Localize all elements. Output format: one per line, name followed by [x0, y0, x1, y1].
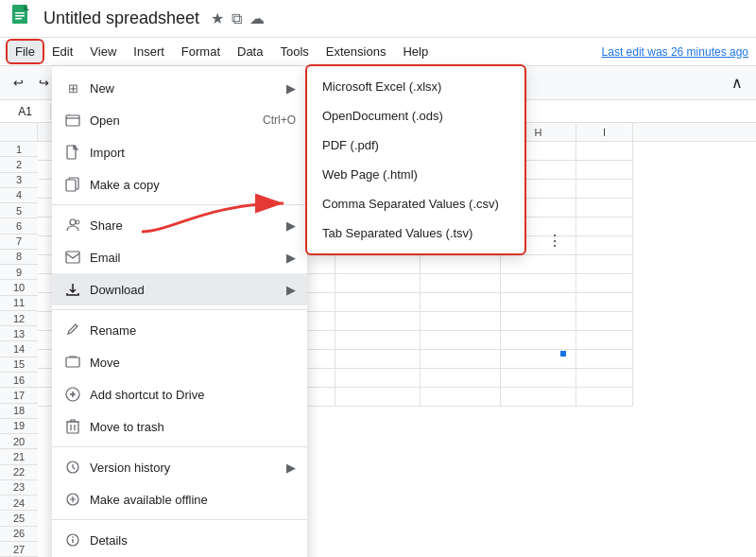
- row-19: 19: [0, 419, 38, 434]
- copy-icon[interactable]: ⧉: [232, 10, 242, 27]
- row-25: 25: [0, 511, 38, 526]
- move-label: Move: [90, 356, 296, 370]
- download-excel[interactable]: Microsoft Excel (.xlsx): [307, 72, 524, 101]
- open-shortcut: Ctrl+O: [263, 113, 296, 127]
- new-icon: ⊞: [63, 78, 82, 97]
- add-shortcut-icon: [63, 385, 82, 404]
- download-pdf[interactable]: PDF (.pdf): [307, 131, 524, 160]
- svg-rect-12: [66, 357, 79, 367]
- menu-tools[interactable]: Tools: [272, 41, 316, 62]
- row-13: 13: [0, 326, 38, 341]
- menu-item-import[interactable]: Import: [52, 136, 307, 168]
- svg-rect-2: [15, 12, 25, 14]
- menu-item-trash[interactable]: Move to trash: [52, 410, 307, 443]
- row-headers-column: 1 2 3 4 5 6 7 8 9 10 11 12 13 14 15 16 1…: [0, 142, 38, 557]
- cell-reference-input[interactable]: [4, 105, 46, 118]
- row-21: 21: [0, 449, 38, 464]
- cell-j1[interactable]: [576, 142, 633, 161]
- make-copy-icon: [63, 175, 82, 194]
- svg-rect-11: [66, 252, 79, 263]
- share-icon: [63, 216, 82, 235]
- menu-edit[interactable]: Edit: [44, 41, 80, 62]
- last-edit[interactable]: Last edit was 26 minutes ago: [602, 45, 748, 59]
- details-icon: [63, 531, 82, 549]
- import-icon: [63, 143, 82, 162]
- selection-handle-mid: [559, 350, 567, 357]
- menu-item-share[interactable]: Share ▶: [52, 209, 307, 241]
- row-9: 9: [0, 265, 38, 280]
- download-arrow: ▶: [286, 283, 296, 297]
- trash-icon: [63, 417, 82, 436]
- row-1: 1: [0, 142, 38, 157]
- menu-item-make-copy[interactable]: Make a copy: [52, 168, 307, 200]
- menu-item-rename[interactable]: Rename: [52, 314, 307, 346]
- offline-label: Make available offline: [90, 493, 296, 507]
- cell-menu-icon[interactable]: ⋮: [547, 232, 562, 250]
- move-icon: [63, 353, 82, 372]
- svg-point-21: [72, 536, 74, 538]
- download-icon: [63, 280, 82, 299]
- download-tsv[interactable]: Tab Separated Values (.tsv): [307, 218, 524, 248]
- svg-rect-4: [15, 18, 22, 20]
- cloud-icon[interactable]: ☁: [249, 9, 265, 27]
- row-5: 5: [0, 203, 38, 218]
- divider-4: [52, 519, 307, 520]
- new-arrow: ▶: [286, 81, 296, 96]
- collapse-button[interactable]: ∧: [726, 70, 748, 96]
- download-ods[interactable]: OpenDocument (.ods): [307, 101, 524, 131]
- row-7: 7: [0, 235, 38, 250]
- menu-help[interactable]: Help: [395, 41, 436, 62]
- menu-item-new[interactable]: ⊞ New ▶: [52, 72, 307, 104]
- email-icon: [63, 248, 82, 267]
- svg-rect-5: [66, 115, 79, 126]
- row-22: 22: [0, 465, 38, 480]
- file-menu: ⊞ New ▶ Open Ctrl+O Import Make a copy S…: [52, 66, 307, 557]
- menu-item-move[interactable]: Move: [52, 346, 307, 378]
- download-csv[interactable]: Comma Separated Values (.csv): [307, 189, 524, 218]
- download-html[interactable]: Web Page (.html): [307, 160, 524, 189]
- row-24: 24: [0, 496, 38, 511]
- open-icon: [63, 111, 82, 130]
- menu-extensions[interactable]: Extensions: [318, 41, 394, 62]
- row-11: 11: [0, 296, 38, 311]
- menu-item-email[interactable]: Email ▶: [52, 241, 307, 273]
- menu-file[interactable]: File: [8, 41, 43, 62]
- email-label: Email: [90, 251, 286, 265]
- trash-label: Move to trash: [90, 420, 296, 434]
- svg-rect-8: [66, 180, 76, 191]
- version-history-icon: [63, 458, 82, 477]
- row-16: 16: [0, 373, 38, 388]
- share-arrow: ▶: [286, 218, 296, 233]
- menu-item-download[interactable]: Download ▶: [52, 273, 307, 305]
- menu-item-offline[interactable]: Make available offline: [52, 483, 307, 515]
- doc-title[interactable]: Untitled spreadsheet: [43, 9, 199, 28]
- divider-2: [52, 309, 307, 310]
- row-8: 8: [0, 250, 38, 265]
- new-label: New: [90, 81, 286, 96]
- download-submenu: Microsoft Excel (.xlsx) OpenDocument (.o…: [307, 66, 524, 253]
- menu-insert[interactable]: Insert: [126, 41, 172, 62]
- rename-label: Rename: [90, 323, 296, 338]
- version-arrow: ▶: [286, 461, 296, 475]
- menu-item-details[interactable]: Details: [52, 524, 307, 556]
- corner-cell: [0, 123, 38, 141]
- row-12: 12: [0, 311, 38, 326]
- menu-view[interactable]: View: [82, 41, 124, 62]
- menu-item-version-history[interactable]: Version history ▶: [52, 451, 307, 483]
- col-header-i: I: [576, 123, 633, 141]
- menu-format[interactable]: Format: [174, 41, 228, 62]
- row-27: 27: [0, 542, 38, 557]
- undo-button[interactable]: ↩: [8, 72, 29, 94]
- svg-rect-6: [67, 146, 76, 159]
- add-shortcut-label: Add shortcut to Drive: [90, 388, 296, 402]
- row-20: 20: [0, 434, 38, 449]
- row-3: 3: [0, 173, 38, 188]
- divider-1: [52, 204, 307, 205]
- row-6: 6: [0, 218, 38, 234]
- menu-data[interactable]: Data: [230, 41, 270, 62]
- menu-item-add-shortcut[interactable]: Add shortcut to Drive: [52, 378, 307, 410]
- row-4: 4: [0, 188, 38, 203]
- open-label: Open: [90, 113, 263, 128]
- menu-item-open[interactable]: Open Ctrl+O: [52, 104, 307, 136]
- star-icon[interactable]: ★: [211, 9, 224, 27]
